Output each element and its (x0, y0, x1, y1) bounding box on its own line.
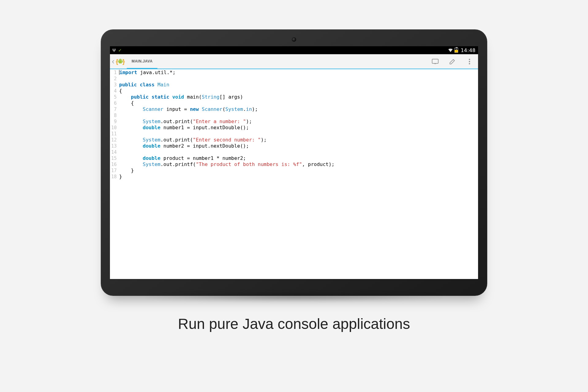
line-number: 1 (110, 70, 117, 76)
line-number: 17 (110, 168, 117, 174)
code-line[interactable]: System.out.print("Enter second number: "… (119, 137, 478, 143)
device-icon-button[interactable] (427, 54, 444, 69)
svg-rect-8 (434, 63, 436, 64)
code-line[interactable] (119, 76, 478, 82)
tablet-camera (292, 37, 296, 42)
file-tab-label: MAIN.JAVA (132, 59, 153, 63)
file-tab[interactable]: MAIN.JAVA (127, 54, 158, 69)
line-number: 5 (110, 94, 117, 100)
code-line[interactable]: System.out.print("Enter a number: "); (119, 119, 478, 125)
tablet-frame: Ψ ✓ 14:48 ‹ { (101, 29, 487, 296)
code-line[interactable]: Scanner input = new Scanner(System.in); (119, 106, 478, 112)
line-number: 13 (110, 143, 117, 149)
usb-icon: Ψ (112, 48, 116, 52)
device-screen: Ψ ✓ 14:48 ‹ { (110, 46, 478, 279)
code-line[interactable]: { (119, 88, 478, 94)
svg-point-2 (119, 59, 120, 60)
tablet-shadow (139, 292, 449, 301)
svg-text:}: } (123, 58, 125, 65)
line-number: 6 (110, 100, 117, 106)
checkmark-icon: ✓ (118, 48, 122, 53)
code-line[interactable] (119, 149, 478, 155)
line-number: 16 (110, 161, 117, 168)
line-number: 10 (110, 125, 117, 131)
code-line[interactable]: { (119, 100, 478, 106)
code-line[interactable]: public static void main(String[] args) (119, 94, 478, 100)
line-number: 18 (110, 174, 117, 180)
code-content[interactable]: import java.util.*;public class Main{ pu… (118, 69, 478, 279)
svg-rect-7 (432, 59, 438, 63)
line-number: 2 (110, 76, 117, 82)
code-line[interactable]: double number1 = input.nextDouble(); (119, 125, 478, 131)
code-line[interactable]: double number2 = input.nextDouble(); (119, 143, 478, 149)
line-number: 15 (110, 155, 117, 161)
line-number-gutter: 123456789101112131415161718 (110, 69, 118, 279)
back-button[interactable]: ‹ (110, 54, 116, 69)
line-number: 3 (110, 82, 117, 88)
app-logo-icon[interactable]: { } (116, 54, 127, 69)
overflow-menu-button[interactable] (461, 54, 478, 69)
app-action-bar: ‹ { } MAIN.JAVA (110, 54, 478, 69)
svg-rect-1 (119, 60, 122, 63)
battery-icon (454, 48, 458, 53)
code-line[interactable] (119, 112, 478, 119)
caption-text: Run pure Java console applications (178, 315, 410, 332)
code-line[interactable]: } (119, 174, 478, 180)
line-number: 12 (110, 137, 117, 143)
svg-point-3 (121, 59, 121, 60)
text-cursor (119, 70, 119, 75)
code-line[interactable]: import java.util.*; (119, 70, 478, 76)
line-number: 9 (110, 119, 117, 125)
line-number: 4 (110, 88, 117, 94)
line-number: 14 (110, 149, 117, 155)
code-editor[interactable]: 123456789101112131415161718 import java.… (110, 69, 478, 279)
edit-icon-button[interactable] (444, 54, 461, 69)
code-line[interactable]: } (119, 168, 478, 174)
wifi-icon (448, 48, 453, 52)
status-clock: 14:48 (461, 47, 476, 53)
line-number: 7 (110, 106, 117, 112)
code-line[interactable]: double product = number1 * number2; (119, 155, 478, 161)
overflow-icon (469, 59, 470, 64)
code-line[interactable] (119, 131, 478, 137)
line-number: 8 (110, 112, 117, 119)
android-status-bar: Ψ ✓ 14:48 (110, 46, 478, 54)
line-number: 11 (110, 131, 117, 137)
svg-rect-4 (118, 60, 119, 62)
code-line[interactable]: System.out.printf("The product of both n… (119, 161, 478, 168)
code-line[interactable]: public class Main (119, 82, 478, 88)
